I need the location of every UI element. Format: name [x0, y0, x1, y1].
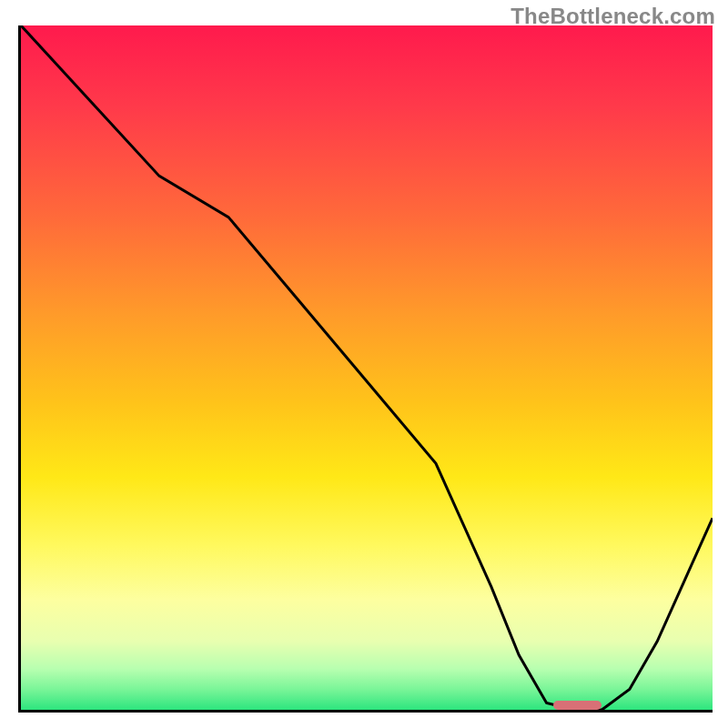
bottleneck-chart — [18, 25, 713, 713]
bottleneck-curve-path — [21, 25, 713, 710]
optimal-range-marker — [553, 701, 602, 710]
chart-curve-svg — [21, 25, 713, 710]
